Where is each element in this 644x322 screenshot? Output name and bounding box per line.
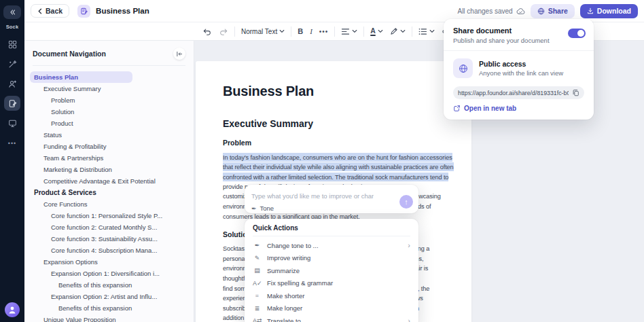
tone-label: Tone (260, 204, 274, 212)
nav-item[interactable]: Core function 1: Personalized Style P... (47, 210, 188, 221)
list-dropdown[interactable] (418, 28, 435, 35)
nav-item[interactable]: Funding & Profitability (39, 141, 188, 152)
text-color-dropdown[interactable]: A (370, 27, 383, 36)
nav-item[interactable]: Core function 4: Subscription Mana... (47, 245, 188, 256)
make-longer-icon: ≣ (253, 305, 262, 312)
collapse-left-icon (176, 51, 183, 57)
nav-item[interactable]: Benefits of this expansion (54, 302, 188, 314)
cloud-check-icon (516, 7, 525, 15)
sidebar-item-presentations[interactable] (4, 115, 20, 130)
magic-wand-icon (8, 60, 17, 69)
assistant-icon (8, 79, 17, 88)
app-sidebar: Sock ••• (0, 0, 24, 322)
chevron-right-icon: › (408, 317, 410, 322)
document-edit-icon (8, 99, 17, 108)
toolbar-divider (291, 26, 291, 37)
document-type-icon (77, 5, 90, 18)
send-button[interactable]: ↑ (399, 195, 413, 209)
ai-improve-popup: ✒ Tone ↑ (245, 185, 418, 213)
quick-actions-list: ✒Change tone to ...›✎Improve writing▤Sum… (253, 239, 410, 322)
quick-action-improve-writing[interactable]: ✎Improve writing (253, 252, 410, 265)
publish-toggle[interactable] (568, 29, 586, 38)
chevron-down-icon (378, 29, 383, 33)
nav-item[interactable]: Status (39, 129, 188, 141)
quick-action-label: Make longer (267, 304, 302, 312)
more-formatting-button[interactable]: ••• (319, 28, 329, 35)
quick-actions-title: Quick Actions (253, 224, 410, 236)
nav-item[interactable]: Problem (47, 94, 188, 106)
chevron-down-icon (279, 29, 285, 33)
quick-action-translate-to[interactable]: A⇄Translate to ...› (253, 315, 410, 322)
open-in-new-tab-link[interactable]: Open in new tab (444, 99, 594, 120)
undo-button[interactable] (202, 27, 212, 36)
italic-button[interactable]: I (310, 27, 312, 35)
text-style-value: Normal Text (241, 28, 277, 35)
person-icon (7, 305, 17, 315)
sidebar-item-documents[interactable] (4, 96, 20, 111)
nav-item[interactable]: Expansion Option 1: Diversification i... (47, 268, 188, 279)
nav-item[interactable]: Marketing & Distribution (39, 164, 188, 175)
share-button[interactable]: Share (531, 4, 575, 18)
sidebar-item-ai-tools[interactable] (4, 56, 20, 71)
section-heading: Executive Summary (223, 118, 444, 130)
nav-item[interactable]: Executive Summary (39, 83, 188, 94)
save-status: All changes saved (457, 7, 524, 15)
nav-item[interactable]: Product & Services (30, 187, 188, 198)
text-style-dropdown[interactable]: Normal Text (241, 28, 285, 35)
copy-icon[interactable] (572, 89, 579, 96)
sidebar-item-assistant[interactable] (4, 76, 20, 91)
nav-item[interactable]: Core Functions (39, 198, 188, 210)
sidebar-item-more[interactable]: ••• (4, 135, 20, 150)
globe-icon (459, 64, 468, 73)
bold-button[interactable]: B (298, 27, 303, 35)
nav-item[interactable]: Expansion Options (39, 256, 188, 268)
improve-writing-icon: ✎ (253, 255, 262, 262)
toolbar-divider (334, 26, 335, 37)
document-nav-tree: Business PlanExecutive SummaryProblemSol… (24, 70, 194, 322)
divider (33, 65, 185, 66)
share-link-url: https://app.foundor.ai/share/d/819331fc-… (458, 90, 569, 96)
bullet-list-icon (418, 28, 427, 35)
download-button[interactable]: Download (580, 4, 638, 18)
ai-prompt-input[interactable] (251, 192, 374, 200)
redo-button[interactable] (219, 27, 228, 36)
quick-actions-menu: Quick Actions ✒Change tone to ...›✎Impro… (245, 219, 418, 322)
toolbar-divider (234, 26, 235, 37)
text-color-icon: A (370, 27, 376, 36)
quick-action-make-shorter[interactable]: =Make shorter (253, 289, 410, 302)
download-icon (587, 7, 594, 14)
chevron-down-icon (352, 29, 357, 33)
quick-action-change-tone-to[interactable]: ✒Change tone to ...› (253, 239, 410, 252)
nav-item[interactable]: Benefits of this expansion (54, 279, 188, 291)
sidebar-item-dashboard[interactable] (4, 37, 20, 52)
highlight-dropdown[interactable] (390, 27, 406, 35)
quick-action-fix-spelling-grammar[interactable]: A✓Fix spelling & grammar (253, 277, 410, 290)
nav-item[interactable]: Core function 3: Sustainability Assu... (47, 233, 188, 245)
toggle-knob (577, 30, 584, 37)
user-avatar[interactable] (5, 302, 20, 317)
quick-action-summarize[interactable]: ▤Summarize (253, 264, 410, 277)
nav-item[interactable]: Core function 2: Curated Monthly S... (47, 221, 188, 233)
highlighter-pen-icon (390, 27, 398, 35)
align-left-icon (341, 28, 350, 35)
nav-collapse-button[interactable] (173, 48, 185, 60)
nav-item[interactable]: Expansion Option 2: Artist and Influ... (47, 291, 188, 302)
translate-icon: A⇄ (253, 317, 262, 322)
nav-item[interactable]: Product (47, 118, 188, 129)
external-link-icon (453, 105, 461, 112)
app-root: Sock ••• (0, 0, 644, 322)
tone-option[interactable]: ✒ Tone (251, 204, 412, 212)
back-button[interactable]: Back (31, 4, 69, 18)
sidebar-collapse-button[interactable] (3, 5, 21, 19)
toolbar-divider (412, 26, 412, 37)
document-title: Business Plan (223, 82, 444, 100)
nav-item[interactable]: Unique Value Proposition (39, 314, 188, 322)
align-dropdown[interactable] (341, 28, 357, 35)
nav-item[interactable]: Solution (47, 106, 188, 118)
quick-action-make-longer[interactable]: ≣Make longer (253, 302, 410, 315)
double-chevron-left-icon (9, 9, 16, 16)
nav-item[interactable]: Team & Partnerships (39, 152, 188, 164)
nav-item[interactable]: Competitive Advantage & Exit Potential (39, 175, 188, 187)
nav-item[interactable]: Business Plan (30, 71, 132, 83)
share-link-field[interactable]: https://app.foundor.ai/share/d/819331fc-… (453, 86, 584, 99)
